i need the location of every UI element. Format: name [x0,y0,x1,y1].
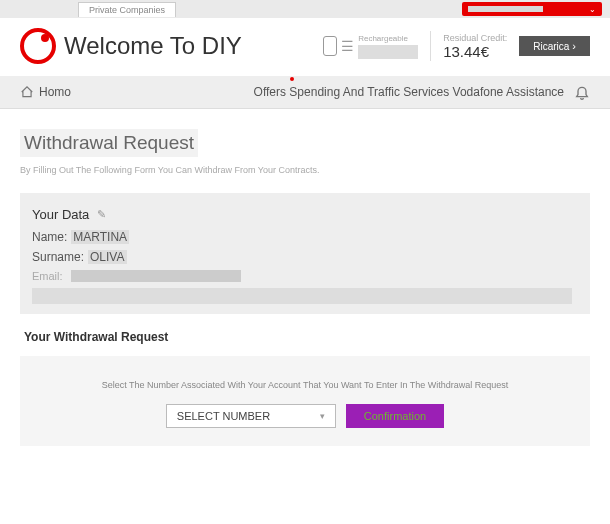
surname-value: OLIVA [88,250,126,264]
name-label: Name: [32,230,67,244]
coins-icon: ☰ [341,38,354,54]
chevron-down-icon: ⌄ [589,5,596,14]
email-label: Email: [32,270,63,282]
main-header: Welcome To DIY ☰ Rechargeable Residual C… [0,18,610,76]
email-redacted [71,270,241,282]
page-title: Withdrawal Request [20,129,198,157]
edit-icon[interactable]: ✎ [97,208,106,221]
top-bar: Private Companies ⌄ [0,0,610,18]
nav-home[interactable]: Homo [20,85,71,99]
phone-type-label: Rechargeable [358,34,418,43]
recharge-button[interactable]: Ricarica [519,36,590,56]
number-select[interactable]: SELECT NUMBER ▾ [166,404,336,428]
nav-home-label: Homo [39,85,71,99]
account-placeholder [468,6,543,12]
phone-icon [323,36,337,56]
bell-icon[interactable] [574,84,590,100]
select-placeholder: SELECT NUMBER [177,410,270,422]
surname-label: Surname: [32,250,84,264]
select-number-section: Select The Number Associated With Your A… [20,356,590,446]
your-data-section: Your Data ✎ Name: MARTINA Surname: OLIVA… [20,193,590,314]
tab-private-companies[interactable]: Private Companies [78,2,176,17]
page-subtitle: By Filling Out The Following Form You Ca… [20,165,590,175]
address-redacted [32,288,572,304]
header-right: ☰ Rechargeable Residual Credit: 13.44€ R… [323,31,590,61]
name-value: MARTINA [71,230,129,244]
credit-label: Residual Credit: [443,33,507,43]
credit-value: 13.44€ [443,43,507,60]
your-data-title: Your Data [32,207,89,222]
chevron-down-icon: ▾ [320,411,325,421]
home-icon [20,85,34,99]
select-instruction: Select The Number Associated With Your A… [40,380,570,390]
top-account-dropdown[interactable]: ⌄ [462,2,602,16]
page-welcome-title: Welcome To DIY [64,32,242,60]
confirmation-button[interactable]: Confirmation [346,404,444,428]
nav-bar: Homo Offers Spending And Traffic Service… [0,76,610,109]
nav-links[interactable]: Offers Spending And Traffic Services Vod… [254,85,564,99]
phone-number-redacted [358,45,418,59]
vodafone-logo-icon [20,28,56,64]
main-content: Withdrawal Request By Filling Out The Fo… [0,109,610,456]
withdrawal-request-header: Your Withdrawal Request [24,330,590,344]
divider [430,31,431,61]
header-left: Welcome To DIY [20,28,242,64]
